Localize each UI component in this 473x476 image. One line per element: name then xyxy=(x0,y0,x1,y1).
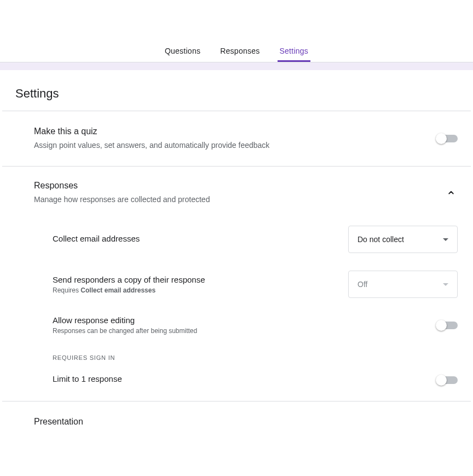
quiz-title: Make this a quiz xyxy=(34,127,437,136)
allow-edit-row: Allow response editing Responses can be … xyxy=(34,307,458,343)
quiz-row: Make this a quiz Assign point values, se… xyxy=(2,111,471,167)
quiz-text: Make this a quiz Assign point values, se… xyxy=(34,127,437,151)
toggle-knob xyxy=(436,320,447,331)
tabs: Questions Responses Settings xyxy=(163,47,310,62)
quiz-desc: Assign point values, set answers, and au… xyxy=(34,140,437,151)
allow-edit-title: Allow response editing xyxy=(53,316,197,325)
allow-edit-toggle[interactable] xyxy=(437,322,458,329)
toggle-knob xyxy=(436,375,447,386)
responses-text: Responses Manage how responses are colle… xyxy=(34,181,445,205)
collect-email-selected: Do not collect xyxy=(357,235,404,244)
responses-title: Responses xyxy=(34,181,445,191)
presentation-row[interactable]: Presentation xyxy=(2,402,471,427)
send-copy-desc-bold: Collect email addresses xyxy=(80,286,155,294)
limit-one-text: Limit to 1 response xyxy=(53,374,122,386)
requires-signin-header: REQUIRES SIGN IN xyxy=(34,343,458,365)
send-copy-title: Send responders a copy of their response xyxy=(53,275,205,284)
tab-questions[interactable]: Questions xyxy=(163,47,203,62)
dropdown-arrow-icon xyxy=(443,238,448,241)
toggle-knob xyxy=(436,133,447,144)
shadow-strip xyxy=(0,62,473,70)
responses-sub-rows: Collect email addresses Do not collect S… xyxy=(2,217,471,402)
responses-section-header[interactable]: Responses Manage how responses are colle… xyxy=(2,167,471,217)
limit-one-toggle[interactable] xyxy=(437,376,458,384)
limit-one-row: Limit to 1 response xyxy=(34,365,458,401)
allow-edit-text: Allow response editing Responses can be … xyxy=(53,316,197,335)
allow-edit-desc: Responses can be changed after being sub… xyxy=(53,327,197,335)
quiz-toggle[interactable] xyxy=(437,135,458,142)
page-title: Settings xyxy=(2,70,471,111)
tab-settings[interactable]: Settings xyxy=(278,47,311,62)
settings-card: Settings Make this a quiz Assign point v… xyxy=(2,70,471,427)
collect-email-text: Collect email addresses xyxy=(53,234,140,245)
send-copy-text: Send responders a copy of their response… xyxy=(53,275,205,294)
chevron-up-icon[interactable] xyxy=(445,186,458,199)
dropdown-arrow-icon xyxy=(443,283,448,286)
collect-email-select[interactable]: Do not collect xyxy=(348,226,458,253)
collect-email-row: Collect email addresses Do not collect xyxy=(34,217,458,262)
send-copy-desc-prefix: Requires xyxy=(53,286,80,294)
send-copy-selected: Off xyxy=(357,280,367,289)
send-copy-select: Off xyxy=(348,271,458,298)
tabs-container: Questions Responses Settings xyxy=(0,0,473,62)
presentation-title: Presentation xyxy=(34,417,458,427)
send-copy-row: Send responders a copy of their response… xyxy=(34,262,458,307)
tab-responses[interactable]: Responses xyxy=(218,47,262,62)
responses-desc: Manage how responses are collected and p… xyxy=(34,194,445,205)
svg-marker-1 xyxy=(443,283,448,286)
limit-one-title: Limit to 1 response xyxy=(53,374,122,383)
svg-marker-0 xyxy=(443,238,448,241)
collect-email-title: Collect email addresses xyxy=(53,234,140,243)
send-copy-desc: Requires Collect email addresses xyxy=(53,286,205,294)
